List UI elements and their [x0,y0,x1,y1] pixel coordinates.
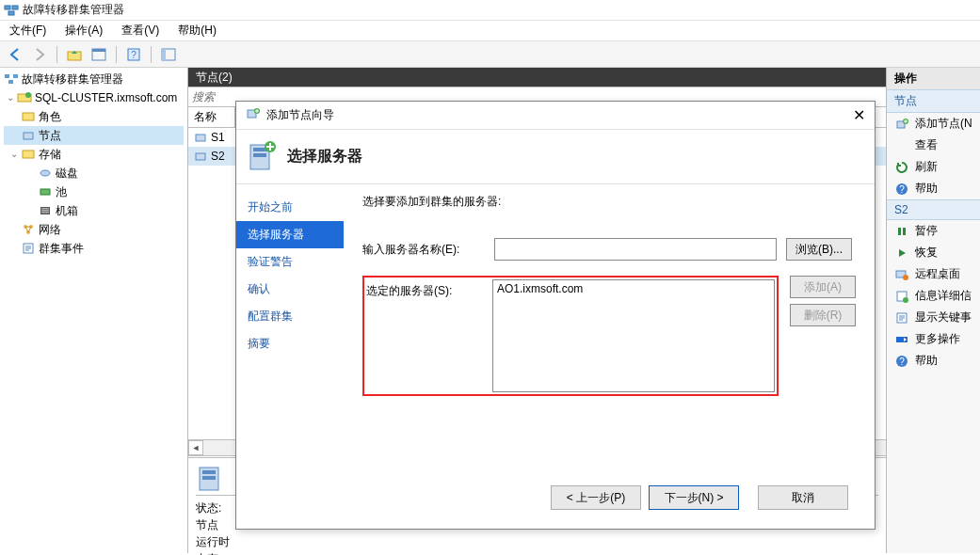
svg-rect-22 [41,210,49,212]
action-critical-events[interactable]: 显示关键事 [887,307,980,328]
svg-point-42 [903,297,908,303]
select-server-icon [246,138,278,176]
tree-root[interactable]: 故障转移群集管理器 [4,70,184,88]
step-config[interactable]: 配置群集 [236,303,344,330]
step-select-server[interactable]: 选择服务器 [236,221,344,248]
svg-text:?: ? [899,184,905,195]
expand-toggle[interactable]: ⌄ [8,146,21,163]
wizard-titlebar: 添加节点向导 ✕ [236,102,875,130]
tree-nodes[interactable]: 节点 [4,126,184,145]
nodes-header: 节点(2) [188,68,886,87]
actions-section-s2: S2 [887,199,980,220]
svg-rect-23 [41,212,49,214]
wizard-body: 开始之前 选择服务器 验证警告 确认 配置群集 摘要 选择要添加到群集的服务器:… [236,184,875,467]
wizard-footer: < 上一步(P) 下一步(N) > 取消 [236,467,875,529]
svg-rect-51 [253,153,266,157]
menu-action[interactable]: 操作(A) [61,21,106,40]
menu-view[interactable]: 查看(V) [118,21,163,40]
nodes-icon [21,128,36,143]
step-confirm[interactable]: 确认 [236,276,344,303]
svg-rect-9 [162,49,166,60]
panel-icon[interactable] [89,45,108,64]
next-button[interactable]: 下一步(N) > [649,485,739,510]
action-more[interactable]: 更多操作 [887,328,980,350]
action-add-node[interactable]: 添加节点(N [887,113,980,135]
svg-point-18 [40,170,50,176]
roles-icon [21,109,36,124]
menu-help[interactable]: 帮助(H) [174,21,220,40]
selected-servers-list[interactable]: AO1.ixmsoft.com [492,279,775,392]
tree-nodes-label: 节点 [39,127,61,144]
tree-events-label: 群集事件 [39,240,84,257]
wizard-banner-title: 选择服务器 [287,147,362,166]
nodes-search-input[interactable] [188,88,235,105]
server-name-input[interactable] [494,238,777,261]
separator [56,46,57,63]
tree-pane: 故障转移群集管理器 ⌄ SQL-CLUSTER.ixmsoft.com 角色 节… [0,68,188,553]
svg-text:?: ? [131,50,137,60]
disk-icon [38,166,53,181]
tree-cluster[interactable]: ⌄ SQL-CLUSTER.ixmsoft.com [4,88,184,107]
node-name: S1 [211,131,225,144]
svg-text:?: ? [899,357,905,367]
tree-enclosure[interactable]: 机箱 [4,201,184,220]
properties-icon[interactable] [159,45,178,64]
help-icon[interactable]: ? [124,45,143,64]
action-refresh[interactable]: 刷新 [887,156,980,178]
action-label: 帮助 [915,181,938,197]
actions-pane: 操作 节点 添加节点(N 查看 刷新 ? 帮助 S2 暂停 恢复 远程桌面 [886,68,980,553]
separator [151,46,152,63]
menu-file[interactable]: 文件(F) [6,21,50,40]
tree-root-label: 故障转移群集管理器 [22,71,123,87]
tree-storage[interactable]: ⌄ 存储 [4,145,184,164]
action-help[interactable]: ? 帮助 [887,178,980,199]
action-help2[interactable]: ? 帮助 [887,350,980,372]
network-icon [21,222,36,237]
tree-disks[interactable]: 磁盘 [4,164,184,182]
expand-toggle[interactable]: ⌄ [4,89,17,106]
action-resume[interactable]: 恢复 [887,242,980,263]
actions-title: 操作 [887,68,980,89]
selected-server-item[interactable]: AO1.ixmsoft.com [497,282,770,295]
svg-rect-5 [92,49,105,52]
step-summary[interactable]: 摘要 [236,330,344,357]
action-remote-desktop[interactable]: 远程桌面 [887,263,980,285]
action-view[interactable]: 查看 [887,135,980,156]
svg-rect-11 [13,74,18,78]
view-icon [894,138,909,153]
col-name[interactable]: 名称 [188,107,235,127]
action-label: 添加节点(N [915,116,972,132]
browse-button[interactable]: 浏览(B)... [786,238,852,261]
scroll-left-icon[interactable]: ◄ [188,440,203,455]
tree-cluster-label: SQL-CLUSTER.ixmsoft.com [35,89,177,106]
detail-runtime: 运行时 [196,533,878,550]
folder-up-icon[interactable] [65,45,84,64]
svg-rect-21 [41,208,49,210]
app-title: 故障转移群集管理器 [23,2,124,18]
selected-label: 选定的服务器(S): [366,279,492,392]
info-icon [894,289,909,304]
step-before[interactable]: 开始之前 [236,194,344,221]
tree-events[interactable]: 群集事件 [4,239,184,258]
svg-rect-16 [24,133,33,139]
svg-rect-15 [23,113,34,120]
svg-rect-29 [196,153,205,160]
help-icon: ? [894,354,909,369]
tree-roles[interactable]: 角色 [4,107,184,126]
close-icon[interactable]: ✕ [853,106,865,124]
back-button[interactable]: < 上一步(P) [551,485,641,510]
cancel-button[interactable]: 取消 [758,485,848,510]
forward-icon[interactable] [30,45,49,64]
step-validate[interactable]: 验证警告 [236,248,344,276]
toolbar: ? [0,41,980,68]
remove-button: 删除(R) [790,304,856,326]
tree-networks[interactable]: 网络 [4,220,184,239]
tree-pools[interactable]: 池 [4,182,184,201]
help-icon: ? [894,182,909,197]
svg-rect-0 [5,6,10,9]
wizard-instruction: 选择要添加到群集的服务器: [362,194,856,210]
action-info-detail[interactable]: 信息详细信 [887,285,980,307]
action-label: 更多操作 [915,331,960,347]
back-icon[interactable] [6,45,24,64]
action-pause[interactable]: 暂停 [887,220,980,242]
